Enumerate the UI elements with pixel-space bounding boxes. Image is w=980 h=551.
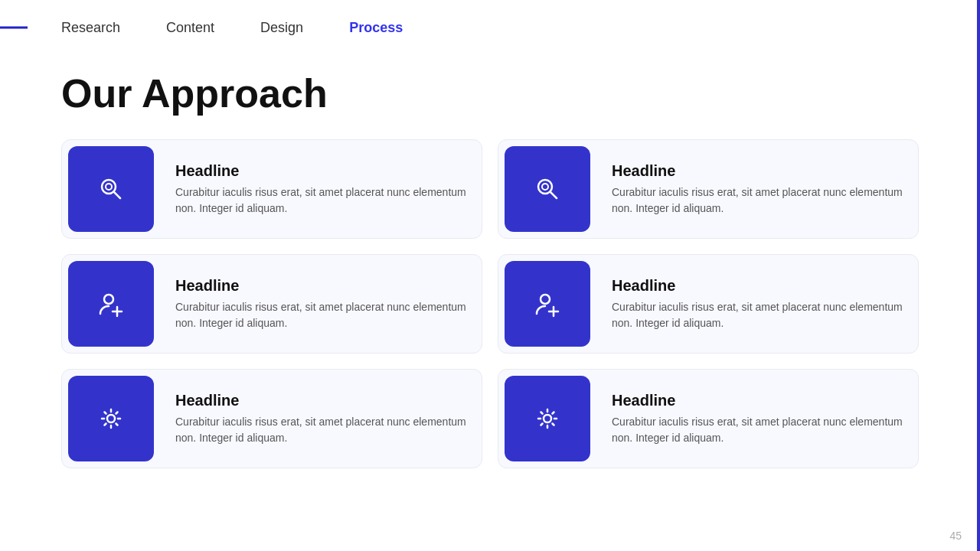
search-magnify-icon	[96, 174, 126, 204]
svg-line-2	[114, 192, 121, 199]
card-5-body: Headline Curabitur iaculis risus erat, s…	[160, 383, 482, 455]
nav-item-content[interactable]: Content	[143, 20, 237, 36]
gear-icon	[96, 403, 126, 434]
card-4-icon-box	[505, 261, 590, 347]
nav-item-research[interactable]: Research	[38, 20, 143, 36]
svg-point-9	[541, 295, 550, 304]
card-5-icon-box	[68, 376, 154, 461]
svg-point-12	[107, 415, 115, 422]
card-1-icon-box	[68, 146, 154, 232]
card-1-headline: Headline	[175, 162, 466, 180]
card-3-headline: Headline	[175, 277, 466, 295]
card-2-body: Headline Curabitur iaculis risus erat, s…	[596, 153, 918, 226]
card-3: Headline Curabitur iaculis risus erat, s…	[61, 254, 482, 354]
user-add-icon	[96, 289, 126, 319]
card-3-body: Headline Curabitur iaculis risus erat, s…	[160, 268, 482, 341]
card-1-body: Headline Curabitur iaculis risus erat, s…	[160, 153, 482, 226]
card-3-text: Curabitur iaculis risus erat, sit amet p…	[175, 299, 466, 331]
card-6-text: Curabitur iaculis risus erat, sit amet p…	[612, 414, 903, 446]
svg-point-13	[544, 415, 551, 422]
nav-items: Research Content Design Process	[0, 20, 426, 36]
card-5: Headline Curabitur iaculis risus erat, s…	[61, 369, 482, 468]
card-2: Headline Curabitur iaculis risus erat, s…	[498, 139, 919, 239]
right-border-line	[977, 0, 980, 551]
page-number: 45	[949, 530, 962, 542]
progress-line	[0, 27, 28, 29]
card-1-text: Curabitur iaculis risus erat, sit amet p…	[175, 184, 466, 217]
nav-item-design[interactable]: Design	[237, 20, 326, 36]
svg-point-4	[542, 184, 548, 190]
card-5-text: Curabitur iaculis risus erat, sit amet p…	[175, 414, 466, 446]
svg-point-1	[106, 184, 112, 190]
card-2-text: Curabitur iaculis risus erat, sit amet p…	[612, 184, 903, 217]
svg-line-5	[550, 192, 557, 199]
gear-icon-2	[532, 403, 563, 434]
cards-grid: Headline Curabitur iaculis risus erat, s…	[61, 139, 919, 468]
card-2-icon-box	[505, 146, 590, 232]
page-title: Our Approach	[61, 70, 919, 116]
user-add-icon-2	[532, 289, 563, 319]
card-6: Headline Curabitur iaculis risus erat, s…	[498, 369, 919, 468]
card-6-headline: Headline	[612, 392, 903, 409]
card-1: Headline Curabitur iaculis risus erat, s…	[61, 139, 482, 239]
card-4-text: Curabitur iaculis risus erat, sit amet p…	[612, 299, 903, 331]
card-2-headline: Headline	[612, 162, 903, 180]
card-6-icon-box	[505, 376, 590, 461]
card-3-icon-box	[68, 261, 154, 347]
nav-bar: Research Content Design Process	[0, 0, 980, 55]
search-magnify-icon-2	[532, 174, 563, 204]
card-4-headline: Headline	[612, 277, 903, 295]
card-4-body: Headline Curabitur iaculis risus erat, s…	[596, 268, 918, 341]
svg-point-6	[104, 295, 113, 304]
card-4: Headline Curabitur iaculis risus erat, s…	[498, 254, 919, 354]
nav-item-process[interactable]: Process	[326, 20, 426, 36]
card-6-body: Headline Curabitur iaculis risus erat, s…	[596, 383, 918, 455]
main-content: Our Approach Headline Curabitur iaculis …	[0, 55, 980, 484]
card-5-headline: Headline	[175, 392, 466, 409]
